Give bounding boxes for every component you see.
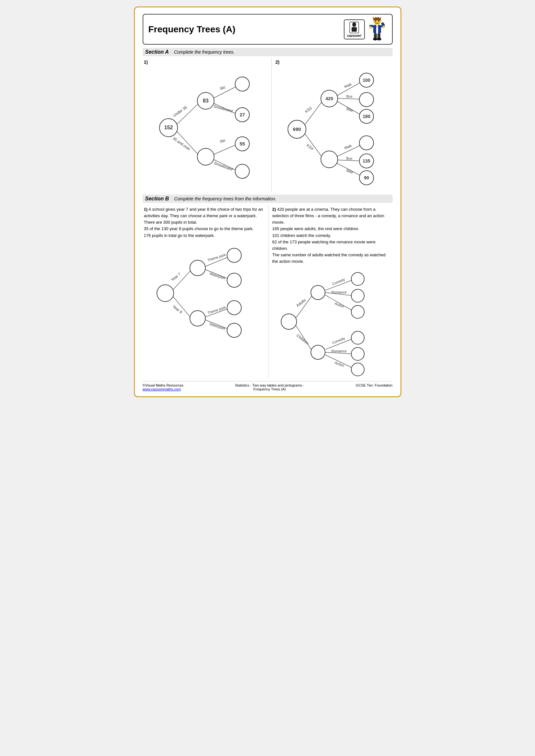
tree1-number: 1) (144, 60, 269, 65)
svg-text:Ski: Ski (219, 85, 225, 91)
svg-point-29 (235, 77, 249, 91)
section-b-content: 1) A school gives year 7 and year 8 the … (143, 205, 393, 378)
svg-point-102 (351, 273, 364, 285)
svg-point-84 (227, 323, 241, 338)
character-icon (367, 17, 387, 41)
problem2-tree-svg: Adults Children Comedy Romance Action Co… (271, 267, 394, 377)
svg-point-99 (281, 314, 296, 329)
svg-point-78 (157, 285, 174, 302)
footer-copyright: ©Visual Maths Resources (143, 383, 184, 387)
svg-point-34 (235, 164, 249, 178)
problem2-col: 2) 420 people are at a cinema. They can … (268, 205, 394, 378)
tree2-svg: 690 420 100 180 135 (274, 65, 401, 191)
svg-point-17 (377, 38, 381, 40)
svg-text:27: 27 (239, 112, 245, 117)
svg-text:Romance: Romance (331, 349, 347, 353)
svg-text:KS4: KS4 (306, 143, 314, 151)
svg-point-28 (197, 148, 214, 165)
svg-point-79 (190, 260, 205, 276)
svg-text:690: 690 (293, 126, 301, 132)
svg-text:83: 83 (203, 98, 209, 103)
svg-text:Year 8: Year 8 (171, 304, 183, 314)
svg-text:90: 90 (364, 175, 369, 180)
logo-text: cazoom! (347, 34, 362, 38)
svg-point-103 (351, 289, 364, 302)
svg-point-80 (190, 310, 205, 326)
problem2-line2: 165 people were adults, the rest were ch… (272, 226, 360, 231)
svg-text:Romance: Romance (331, 290, 347, 294)
svg-line-41 (303, 99, 324, 128)
tree2-number: 2) (276, 60, 401, 65)
problem1-number: 1) (144, 207, 148, 212)
svg-text:KS3: KS3 (304, 106, 313, 114)
header: Frequency Trees (A) cazoom! (143, 14, 393, 44)
section-b-header: Section B Complete the frequency trees f… (143, 195, 393, 203)
logo-area: cazoom! (344, 17, 387, 41)
svg-text:Snowboard: Snowboard (213, 104, 233, 114)
problem1-text: 1) A school gives year 7 and year 8 the … (143, 205, 266, 241)
svg-point-13 (382, 26, 385, 28)
cazoom-logo: cazoom! (344, 19, 365, 40)
page-title: Frequency Trees (A) (149, 24, 236, 35)
problem2-line3: 101 children watch the comedy. (272, 233, 331, 238)
svg-line-42 (303, 131, 324, 159)
footer-center: Statistics - Two way tables and pictogra… (235, 383, 304, 391)
svg-text:420: 420 (325, 96, 333, 101)
svg-text:Waterpark: Waterpark (209, 271, 226, 280)
svg-text:135: 135 (363, 158, 370, 164)
svg-text:Ski: Ski (219, 138, 226, 144)
section-a-header: Section A Complete the frequency trees. (143, 48, 393, 56)
problem1-content: A school gives year 7 and year 8 the cho… (144, 207, 263, 218)
svg-point-101 (311, 345, 325, 360)
section-b-label: Section B (145, 196, 169, 202)
problem2-line4: 62 of the 173 people watching the romanc… (272, 239, 376, 251)
svg-text:152: 152 (164, 125, 173, 130)
tree1-svg: 152 83 27 55 Under 35 (143, 65, 269, 191)
svg-point-81 (227, 248, 241, 262)
svg-point-83 (227, 301, 241, 315)
svg-text:Bike: Bike (346, 168, 353, 175)
svg-text:Year 7: Year 7 (170, 272, 182, 282)
problem2-text: 2) 420 people are at a cinema. They can … (271, 205, 394, 267)
footer: ©Visual Maths Resources www.cazoommaths.… (143, 381, 393, 391)
svg-point-12 (369, 26, 372, 29)
svg-text:Theme park: Theme park (207, 253, 226, 262)
problem2-number: 2) (272, 207, 276, 212)
footer-right: GCSE Tier: Foundation (356, 383, 393, 391)
problem2-line5: The same number of adults watched the co… (272, 253, 385, 264)
svg-text:Theme park: Theme park (207, 305, 226, 315)
svg-text:180: 180 (363, 114, 370, 119)
problem1-line3: 35 of the 130 year 8 pupils choose to go… (144, 226, 254, 231)
problem1-tree-svg: Year 7 Year 8 Theme park Waterpark Theme… (143, 241, 266, 344)
svg-point-5 (378, 20, 380, 22)
svg-text:Bus: Bus (346, 94, 352, 98)
section-a-content: 1) 152 83 (143, 58, 393, 192)
svg-point-82 (227, 273, 241, 287)
section-b-instruction: Complete the frequency trees from the in… (174, 196, 276, 202)
footer-left: ©Visual Maths Resources www.cazoommaths.… (143, 383, 184, 391)
svg-text:55: 55 (239, 141, 245, 147)
problem1-line2: There are 300 pupils in total. (144, 220, 197, 225)
problem1-col: 1) A school gives year 7 and year 8 the … (143, 205, 268, 378)
svg-point-59 (359, 136, 374, 150)
svg-text:Adults: Adults (295, 298, 307, 308)
svg-point-4 (375, 20, 376, 22)
svg-text:100: 100 (363, 78, 370, 83)
svg-text:Comedy: Comedy (331, 336, 346, 345)
svg-point-53 (321, 151, 338, 168)
svg-rect-2 (352, 27, 357, 32)
problem2-content: 420 people are at a cinema. They can cho… (272, 207, 384, 225)
svg-point-104 (351, 306, 364, 318)
svg-text:Children: Children (295, 333, 310, 346)
section-a-label: Section A (145, 49, 169, 55)
svg-point-106 (351, 347, 364, 361)
svg-point-1 (352, 22, 356, 27)
svg-point-16 (373, 38, 378, 40)
page: Frequency Trees (A) cazoom! (134, 7, 401, 397)
svg-text:Waterpark: Waterpark (209, 322, 226, 330)
svg-text:Bike: Bike (346, 107, 353, 113)
tree1-col: 1) 152 83 (143, 58, 272, 192)
svg-point-56 (359, 93, 374, 107)
footer-website[interactable]: www.cazoommaths.com (143, 387, 181, 391)
section-a-instruction: Complete the frequency trees. (174, 49, 235, 55)
